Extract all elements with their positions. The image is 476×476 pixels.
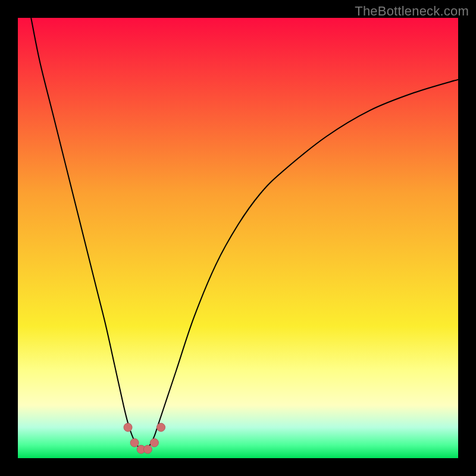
highlight-marker [143,445,152,453]
watermark-text: TheBottleneck.com [355,4,469,19]
highlight-marker [150,439,158,447]
highlight-marker [157,423,165,431]
chart-container: TheBottleneck.com [0,0,476,476]
highlight-marker [124,423,132,431]
highlight-marker [130,439,139,447]
plot-area [18,18,458,458]
plot-svg [18,18,458,458]
